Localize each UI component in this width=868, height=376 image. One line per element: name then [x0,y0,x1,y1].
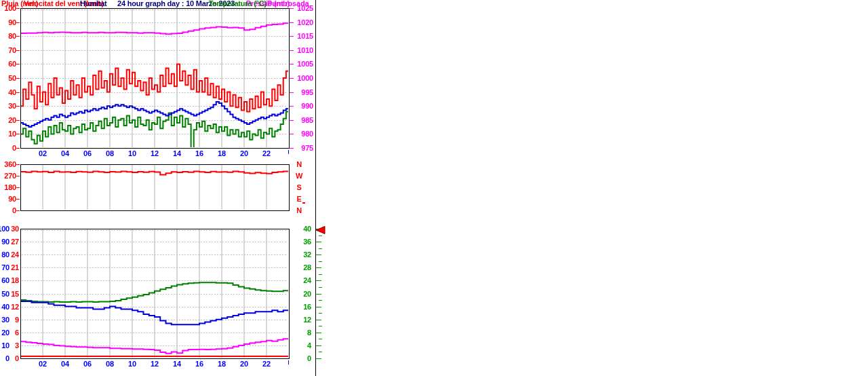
hour-tick-label: 10 [122,150,142,157]
pressure-axis-tick-label: 1005 [293,60,313,68]
wind-axis-tick-label: 100 [0,5,16,12]
hour-tick-label: 22 [256,150,277,157]
direction-axis-letter: E [294,195,304,203]
wind-axis-tick-label: 90 [0,19,16,26]
temp-left-axis-tick-label: 0 [0,355,19,362]
direction-axis-tick-label: 270 [0,172,16,180]
temp-left-axis-tick-label: 6 [0,329,19,337]
hour-tick-label: 12 [144,150,165,157]
hour-tick-label: 02 [33,360,53,368]
temp-left-axis-tick-label: 30 [0,225,19,233]
wind-axis-tick-label: 20 [0,117,16,124]
hour-tick-label: 06 [77,360,98,368]
green-axis-tick-label: 24 [291,277,311,284]
pressure-axis-tick-label: 980 [293,130,313,138]
wind-axis-tick-label: 10 [0,130,16,138]
direction-axis-letter: W [294,172,304,180]
direction-axis-tick-label: 90 [0,195,16,203]
wind-axis-tick-label: 30 [0,102,16,110]
temp-left-axis-tick-label: 15 [0,290,19,298]
weather-graph-window: Velocitat del vent (kmh) 24 hour graph d… [0,0,868,376]
direction-axis-letter: N [294,161,304,168]
temperature-axis-title: Temperatura (°C) [165,0,267,7]
hour-tick-label: 18 [212,150,232,157]
hour-tick-label: 16 [189,360,210,368]
green-axis-tick-label: 40 [291,225,311,233]
green-axis-tick-label: 16 [291,303,311,311]
hour-tick-label: 20 [234,360,254,368]
hour-tick-label: 06 [77,150,98,157]
pressure-axis-tick-label: 985 [293,117,313,124]
direction-axis-letter: S [294,184,304,191]
hour-tick-label: 08 [100,360,120,368]
temp-left-axis-tick-label: 18 [0,277,19,284]
hour-tick-label: 02 [33,150,53,157]
hour-tick-label: 18 [212,360,232,368]
wind-axis-tick-label: 60 [0,60,16,68]
temp-left-axis-tick-label: 12 [0,303,19,311]
wind-axis-tick-label: 40 [0,89,16,96]
green-axis-tick-label: 12 [291,316,311,324]
pressure-axis-tick-label: 1020 [293,19,313,26]
humidity-axis-title: Humitat [80,0,107,7]
graph-canvas [0,0,868,376]
green-axis-tick-label: 28 [291,264,311,271]
green-axis-tick-label: 32 [291,251,311,259]
wind-axis-tick-label: 80 [0,33,16,40]
hour-tick-label: 16 [189,150,210,157]
direction-axis-tick-label: 0 [0,207,16,214]
pressure-axis-tick-label: 995 [293,89,313,96]
green-axis-tick-label: 36 [291,238,311,246]
pressure-axis-tick-label: 990 [293,102,313,110]
hour-tick-label: 04 [55,360,75,368]
hour-tick-label: 22 [256,360,277,368]
green-axis-tick-label: 20 [291,290,311,298]
temp-left-axis-tick-label: 27 [0,238,19,246]
wind-axis-tick-label: 50 [0,75,16,82]
hour-tick-label: 12 [144,360,165,368]
direction-axis-tick-label: 360 [0,161,16,168]
pressure-axis-tick-label: 1025 [293,5,313,12]
hour-tick-label: 10 [122,360,142,368]
pressure-axis-tick-label: 1000 [293,75,313,82]
temp-left-axis-tick-label: 3 [0,342,19,350]
green-axis-tick-label: 8 [291,329,311,337]
temp-left-axis-tick-label: 24 [0,251,19,259]
wind-axis-tick-label: 0 [0,145,16,152]
hour-tick-label: 14 [167,150,187,157]
green-axis-tick-label: 0 [291,355,311,362]
hour-tick-label: 20 [234,150,254,157]
hour-tick-label: 08 [100,150,120,157]
direction-axis-letter: N [294,207,304,214]
hour-tick-label: 04 [55,150,75,157]
hour-tick-label: 14 [167,360,187,368]
green-axis-tick-label: 4 [291,342,311,350]
wind-axis-tick-label: 70 [0,47,16,54]
pressure-axis-tick-label: 1015 [293,33,313,40]
temp-left-axis-tick-label: 21 [0,264,19,271]
temp-left-axis-tick-label: 9 [0,316,19,324]
pressure-axis-tick-label: 975 [293,145,313,152]
direction-axis-tick-label: 180 [0,184,16,191]
pressure-axis-tick-label: 1010 [293,47,313,54]
